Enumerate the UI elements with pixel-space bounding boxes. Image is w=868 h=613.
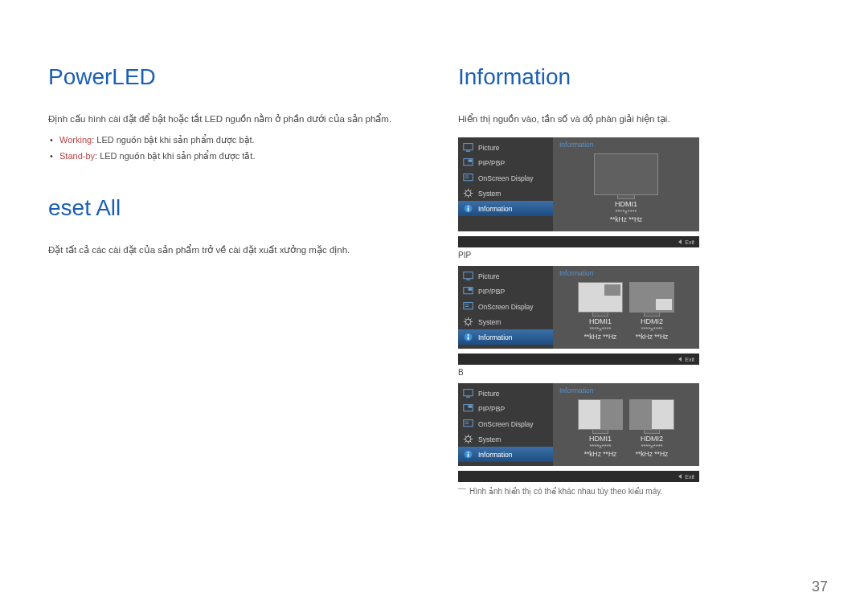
svg-point-29: [465, 437, 471, 443]
information-icon: [463, 449, 473, 460]
osd-panel-pip: PicturePIP/PBPOnScreen DisplaySystemInfo…: [458, 266, 699, 349]
svg-rect-3: [469, 160, 473, 162]
svg-rect-1: [466, 151, 470, 152]
svg-point-7: [465, 191, 471, 197]
system-icon: [463, 434, 473, 444]
menu-item-pippbp[interactable]: PIP/PBP: [458, 284, 553, 299]
menu-item-system[interactable]: System: [458, 186, 553, 201]
svg-point-18: [465, 320, 471, 325]
svg-rect-4: [464, 174, 473, 181]
menu-item-pippbp[interactable]: PIP/PBP: [458, 401, 553, 416]
picture-icon: [463, 271, 473, 281]
menu-item-onscreendisplay[interactable]: OnScreen Display: [458, 170, 553, 186]
osd-content-title: Information: [559, 141, 693, 149]
menu-item-information[interactable]: Information: [458, 447, 553, 462]
osd-panel-single: PicturePIP/PBPOnScreen DisplaySystemInfo…: [458, 137, 699, 231]
source-name: HDMI2: [629, 317, 674, 325]
bullet-standby: Stand-by: LED nguồn bật khi sản phẩm đượ…: [48, 149, 418, 165]
page-number: 37: [812, 578, 828, 595]
svg-rect-14: [469, 288, 473, 291]
menu-item-picture[interactable]: Picture: [458, 386, 553, 401]
information-icon: [463, 332, 473, 342]
system-icon: [463, 188, 473, 198]
back-arrow-icon: [678, 474, 682, 479]
menu-item-picture[interactable]: Picture: [458, 268, 553, 284]
heading-reset-all: eset All: [48, 195, 418, 221]
onscreendisplay-icon: [463, 301, 473, 312]
menu-item-pippbp[interactable]: PIP/PBP: [458, 155, 553, 170]
menu-item-information[interactable]: Information: [458, 329, 553, 345]
menu-item-label: System: [478, 190, 501, 198]
bullet-text: : LED nguồn bật khi sản phẩm được tắt.: [95, 151, 255, 161]
svg-rect-22: [464, 390, 473, 396]
menu-item-system[interactable]: System: [458, 314, 553, 329]
menu-item-label: System: [478, 435, 501, 443]
information-intro: Hiển thị nguồn vào, tần số và độ phân gi…: [458, 112, 828, 126]
source-frequency: **kHz **Hz: [578, 450, 623, 458]
svg-rect-10: [468, 206, 469, 208]
source-name: HDMI1: [578, 317, 623, 325]
caption-b: B: [458, 368, 828, 377]
menu-item-label: Information: [478, 205, 513, 213]
menu-item-picture[interactable]: Picture: [458, 140, 553, 155]
menu-item-label: OnScreen Display: [478, 174, 534, 182]
source-resolution: ****x****: [629, 443, 674, 450]
menu-item-system[interactable]: System: [458, 431, 553, 447]
onscreendisplay-icon: [463, 173, 473, 183]
osd-content: Information HDMI1 ****x**** **kHz **Hz: [553, 137, 699, 231]
menu-item-onscreendisplay[interactable]: OnScreen Display: [458, 416, 553, 431]
menu-item-label: OnScreen Display: [478, 303, 534, 311]
resetall-intro: Đặt tất cả các cài đặt của sản phẩm trở …: [48, 243, 418, 257]
monitor-pip-icon: [578, 282, 623, 313]
menu-item-label: Picture: [478, 390, 499, 398]
heading-information: Information: [458, 64, 828, 90]
pippbp-icon: [463, 157, 473, 168]
menu-item-onscreendisplay[interactable]: OnScreen Display: [458, 299, 553, 314]
source-frequency: **kHz **Hz: [629, 333, 674, 341]
picture-icon: [463, 388, 473, 398]
osd-footer: Exit: [458, 471, 699, 482]
info-source-1: HDMI1 ****x**** **kHz **Hz: [578, 282, 623, 341]
source-resolution: ****x****: [578, 325, 623, 333]
svg-rect-20: [468, 337, 469, 340]
source-frequency: **kHz **Hz: [629, 450, 674, 458]
info-source-2: HDMI2 ****x**** **kHz **Hz: [629, 282, 674, 341]
osd-panel-pbp: PicturePIP/PBPOnScreen DisplaySystemInfo…: [458, 383, 699, 466]
osd-menu: PicturePIP/PBPOnScreen DisplaySystemInfo…: [458, 266, 553, 349]
bullet-working: Working: LED nguồn bật khi sản phẩm được…: [48, 133, 418, 149]
powerled-bullets: Working: LED nguồn bật khi sản phẩm được…: [48, 133, 418, 165]
information-icon: [463, 203, 473, 214]
monitor-pbp-icon: [578, 399, 623, 430]
menu-item-label: PIP/PBP: [478, 159, 505, 167]
svg-rect-21: [468, 335, 469, 337]
pippbp-icon: [463, 403, 473, 414]
source-frequency: **kHz **Hz: [578, 333, 623, 341]
osd-footer: Exit: [458, 236, 699, 247]
pippbp-icon: [463, 286, 473, 296]
svg-rect-25: [469, 406, 473, 408]
info-source-2: HDMI2 ****x**** **kHz **Hz: [629, 399, 674, 458]
source-frequency: **kHz **Hz: [594, 215, 658, 223]
svg-rect-0: [464, 144, 473, 150]
source-name: HDMI2: [629, 435, 674, 443]
osd-footer: Exit: [458, 353, 699, 365]
display-note: Hình ảnh hiển thị có thể khác nhau tùy t…: [458, 487, 828, 496]
back-arrow-icon: [678, 357, 682, 362]
menu-item-information[interactable]: Information: [458, 201, 553, 216]
svg-rect-15: [464, 303, 473, 309]
svg-rect-32: [468, 452, 469, 454]
monitor-pip-icon: [629, 282, 674, 313]
monitor-icon: [594, 153, 658, 195]
source-name: HDMI1: [594, 200, 658, 208]
svg-rect-12: [466, 280, 470, 280]
osd-content: Information HDMI1 ****x**** **kHz **Hz H…: [553, 266, 699, 349]
svg-rect-11: [464, 272, 473, 279]
source-name: HDMI1: [578, 435, 623, 443]
menu-item-label: Picture: [478, 144, 499, 152]
menu-item-label: Picture: [478, 272, 499, 280]
monitor-pbp-icon: [629, 399, 674, 430]
back-arrow-icon: [678, 239, 682, 244]
svg-rect-23: [466, 397, 470, 398]
bullet-text: : LED nguồn bật khi sản phẩm được bật.: [92, 135, 254, 145]
svg-rect-31: [468, 454, 469, 457]
